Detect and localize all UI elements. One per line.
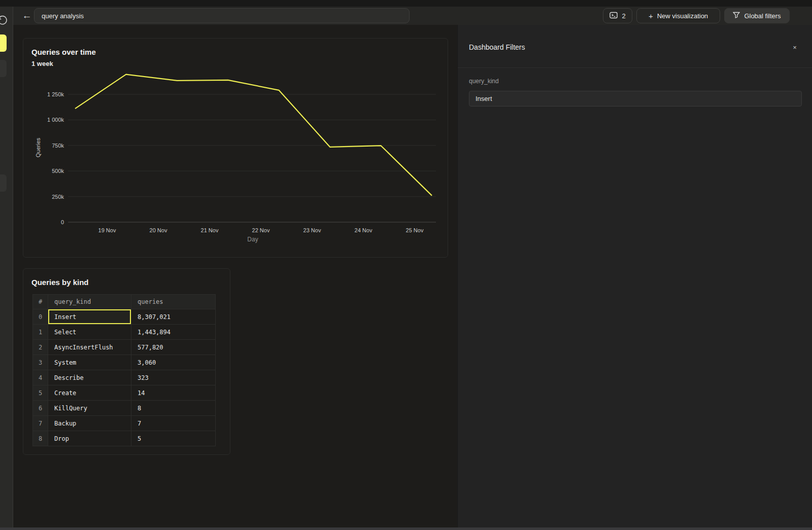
cell-queries[interactable]: 323 [131, 370, 216, 385]
cell-queries[interactable]: 8 [131, 401, 216, 416]
svg-text:1 250k: 1 250k [47, 91, 64, 97]
col-header-queries: queries [131, 295, 216, 309]
table-row[interactable]: 1Select1,443,894 [33, 325, 216, 340]
row-index: 2 [33, 340, 48, 355]
cell-queries[interactable]: 577,820 [131, 340, 216, 355]
cell-queries[interactable]: 3,060 [131, 355, 216, 370]
table-row[interactable]: 8Drop5 [33, 431, 216, 446]
svg-text:0: 0 [61, 219, 64, 225]
svg-text:750k: 750k [52, 143, 64, 149]
cell-queries[interactable]: 1,443,894 [131, 325, 216, 340]
dashboard-filters-panel: Dashboard Filters × query_kind [457, 25, 812, 527]
toolbar: ← 2 + New visualization Global filters [13, 7, 812, 25]
back-arrow-icon[interactable]: ← [20, 9, 34, 23]
console-count: 2 [622, 12, 625, 20]
table-row[interactable]: 0Insert8,307,021 [33, 309, 216, 325]
cell-query-kind[interactable]: AsyncInsertFlush [48, 340, 131, 355]
filters-panel-title: Dashboard Filters [469, 43, 525, 51]
chart-title: Queries over time [31, 48, 96, 56]
terminal-icon [610, 12, 618, 20]
cell-query-kind[interactable]: Select [48, 325, 131, 340]
cell-query-kind[interactable]: Drop [48, 431, 131, 446]
close-icon[interactable]: × [790, 42, 800, 52]
new-visualization-label: New visualization [657, 12, 708, 20]
window-top-strip [0, 0, 812, 7]
queries-over-time-card: Queries over time 1 week 0250k500k750k1 … [23, 38, 448, 258]
svg-text:24 Nov: 24 Nov [355, 227, 373, 233]
cell-queries[interactable]: 7 [131, 416, 216, 431]
col-header-query-kind: query_kind [48, 295, 131, 309]
row-index: 6 [33, 401, 48, 416]
global-filters-button[interactable]: Global filters [724, 8, 790, 23]
cell-query-kind[interactable]: System [48, 355, 131, 370]
panel-divider [458, 67, 812, 68]
funnel-filter-icon [733, 12, 740, 20]
new-visualization-button[interactable]: + New visualization [636, 8, 720, 23]
svg-text:21 Nov: 21 Nov [201, 227, 219, 233]
cell-query-kind[interactable]: Describe [48, 370, 131, 385]
svg-text:19 Nov: 19 Nov [98, 227, 116, 233]
table-row[interactable]: 5Create14 [33, 385, 216, 401]
table-row[interactable]: 7Backup7 [33, 416, 216, 431]
row-index: 3 [33, 355, 48, 370]
queries-table-body: 0Insert8,307,0211Select1,443,8942AsyncIn… [33, 309, 216, 446]
table-row[interactable]: 6KillQuery8 [33, 401, 216, 416]
query-kind-filter-input[interactable] [469, 91, 802, 107]
cell-query-kind[interactable]: KillQuery [48, 401, 131, 416]
cell-queries[interactable]: 5 [131, 431, 216, 446]
window-bottom-strip [0, 527, 812, 530]
svg-text:500k: 500k [52, 168, 64, 174]
col-header-index: # [33, 295, 48, 309]
row-index: 0 [33, 309, 48, 325]
sidebar-tab-active[interactable] [0, 34, 7, 52]
sql-console-button[interactable]: 2 [603, 8, 632, 23]
table-row[interactable]: 3System3,060 [33, 355, 216, 370]
queries-chart[interactable]: 0250k500k750k1 000k1 250kQueries19 Nov20… [23, 66, 448, 250]
svg-text:23 Nov: 23 Nov [303, 227, 321, 233]
svg-text:Day: Day [247, 236, 258, 243]
queries-by-kind-card: Queries by kind # query_kind queries 0In… [23, 268, 230, 455]
sidebar-tab[interactable] [0, 174, 7, 192]
cell-queries[interactable]: 8,307,021 [131, 309, 216, 325]
cell-query-kind[interactable]: Create [48, 385, 131, 401]
row-index: 1 [33, 325, 48, 340]
table-row[interactable]: 4Describe323 [33, 370, 216, 385]
cell-query-kind[interactable]: Insert [48, 309, 131, 325]
table-header-row: # query_kind queries [33, 295, 216, 309]
svg-text:25 Nov: 25 Nov [406, 227, 424, 233]
global-filters-label: Global filters [744, 12, 781, 20]
queries-table: # query_kind queries 0Insert8,307,0211Se… [32, 294, 216, 446]
table-row[interactable]: 2AsyncInsertFlush577,820 [33, 340, 216, 355]
history-refresh-icon[interactable] [0, 15, 8, 28]
svg-text:20 Nov: 20 Nov [150, 227, 167, 233]
dashboard-title-input[interactable] [34, 8, 410, 23]
cell-queries[interactable]: 14 [131, 385, 216, 401]
svg-text:Queries: Queries [35, 137, 41, 157]
table-title: Queries by kind [31, 278, 89, 287]
row-index: 5 [33, 385, 48, 401]
svg-text:250k: 250k [52, 194, 64, 200]
cell-query-kind[interactable]: Backup [48, 416, 131, 431]
row-index: 8 [33, 431, 48, 446]
filter-field-label: query_kind [469, 78, 499, 85]
svg-text:22 Nov: 22 Nov [252, 227, 270, 233]
row-index: 4 [33, 370, 48, 385]
plus-icon: + [649, 12, 653, 20]
sidebar-tab[interactable] [0, 60, 7, 77]
row-index: 7 [33, 416, 48, 431]
svg-text:1 000k: 1 000k [47, 117, 64, 123]
left-sidebar [0, 7, 13, 530]
